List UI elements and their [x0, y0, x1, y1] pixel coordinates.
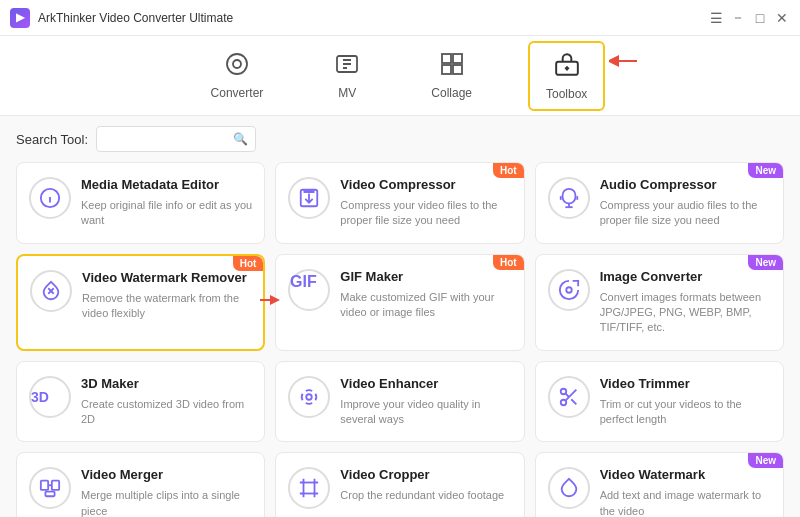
nav-item-toolbox[interactable]: Toolbox: [528, 41, 605, 111]
tool-name-video-compressor: Video Compressor: [340, 177, 511, 194]
svg-rect-3: [442, 54, 451, 63]
tool-name-video-watermark-remover: Video Watermark Remover: [82, 270, 251, 287]
tool-desc-video-cropper: Crop the redundant video footage: [340, 488, 511, 503]
tool-name-video-enhancer: Video Enhancer: [340, 376, 511, 393]
svg-rect-36: [41, 481, 48, 490]
close-btn[interactable]: ✕: [774, 10, 790, 26]
tool-desc-audio-compressor: Compress your audio files to the proper …: [600, 198, 771, 229]
tool-desc-video-compressor: Compress your video files to the proper …: [340, 198, 511, 229]
tool-desc-video-watermark: Add text and image watermark to the vide…: [600, 488, 771, 517]
tool-info-image-converter: Image ConverterConvert images formats be…: [600, 269, 771, 336]
search-input[interactable]: [96, 126, 256, 152]
maximize-btn[interactable]: □: [752, 10, 768, 26]
tool-name-video-watermark: Video Watermark: [600, 467, 771, 484]
tool-info-audio-compressor: Audio CompressorCompress your audio file…: [600, 177, 771, 229]
tool-badge-audio-compressor: New: [748, 163, 783, 178]
tool-icon-video-cropper: [288, 467, 330, 509]
tools-grid: Media Metadata EditorKeep original file …: [0, 162, 800, 517]
tool-icon-video-watermark-remover: [30, 270, 72, 312]
svg-text:3D: 3D: [31, 389, 49, 405]
svg-point-32: [560, 399, 566, 405]
tool-desc-video-trimmer: Trim or cut your videos to the perfect l…: [600, 397, 771, 428]
tool-info-gif-maker: GIF MakerMake customized GIF with your v…: [340, 269, 511, 321]
tool-icon-gif-maker: GIF: [288, 269, 330, 311]
nav-item-collage[interactable]: Collage: [415, 44, 488, 108]
tool-card-video-compressor[interactable]: HotVideo CompressorCompress your video f…: [275, 162, 524, 244]
tool-card-media-metadata-editor[interactable]: Media Metadata EditorKeep original file …: [16, 162, 265, 244]
title-bar: ▶ ArkThinker Video Converter Ultimate ☰ …: [0, 0, 800, 36]
tool-info-video-trimmer: Video TrimmerTrim or cut your videos to …: [600, 376, 771, 428]
collage-icon: [440, 52, 464, 82]
svg-point-0: [227, 54, 247, 74]
svg-rect-5: [442, 65, 451, 74]
tool-card-audio-compressor[interactable]: NewAudio CompressorCompress your audio f…: [535, 162, 784, 244]
tool-badge-image-converter: New: [748, 255, 783, 270]
tool-icon-image-converter: [548, 269, 590, 311]
toolbox-label: Toolbox: [546, 87, 587, 101]
nav-bar: Converter MV Collage: [0, 36, 800, 116]
tool-icon-video-merger: [29, 467, 71, 509]
collage-label: Collage: [431, 86, 472, 100]
svg-rect-6: [453, 65, 462, 74]
tool-card-3d-maker[interactable]: 3D3D MakerCreate customized 3D video fro…: [16, 361, 265, 443]
window-controls: ☰ － □ ✕: [708, 10, 790, 26]
tool-info-video-watermark-remover: Video Watermark RemoverRemove the waterm…: [82, 270, 251, 322]
menu-btn[interactable]: ☰: [708, 10, 724, 26]
tool-name-video-merger: Video Merger: [81, 467, 252, 484]
tool-card-gif-maker[interactable]: HotGIFGIF MakerMake customized GIF with …: [275, 254, 524, 351]
tool-icon-3d-maker: 3D: [29, 376, 71, 418]
svg-text:GIF: GIF: [290, 273, 317, 290]
tool-card-video-enhancer[interactable]: Video EnhancerImprove your video quality…: [275, 361, 524, 443]
svg-point-1: [233, 60, 241, 68]
svg-rect-37: [52, 481, 59, 490]
toolbox-arrow: [609, 51, 641, 75]
tool-info-video-compressor: Video CompressorCompress your video file…: [340, 177, 511, 229]
tool-card-video-cropper[interactable]: Video CropperCrop the redundant video fo…: [275, 452, 524, 517]
tool-card-video-watermark-remover[interactable]: HotVideo Watermark RemoverRemove the wat…: [16, 254, 265, 351]
tool-info-video-enhancer: Video EnhancerImprove your video quality…: [340, 376, 511, 428]
svg-line-35: [565, 393, 569, 397]
tool-icon-video-trimmer: [548, 376, 590, 418]
tool-icon-video-watermark: [548, 467, 590, 509]
svg-point-28: [566, 287, 572, 293]
tool-card-image-converter[interactable]: NewImage ConverterConvert images formats…: [535, 254, 784, 351]
tool-desc-media-metadata-editor: Keep original file info or edit as you w…: [81, 198, 252, 229]
converter-icon: [225, 52, 249, 82]
tool-desc-video-merger: Merge multiple clips into a single piece: [81, 488, 252, 517]
tool-name-media-metadata-editor: Media Metadata Editor: [81, 177, 252, 194]
tool-name-gif-maker: GIF Maker: [340, 269, 511, 286]
app-title: ArkThinker Video Converter Ultimate: [38, 11, 708, 25]
converter-label: Converter: [211, 86, 264, 100]
tool-card-video-watermark[interactable]: NewVideo WatermarkAdd text and image wat…: [535, 452, 784, 517]
tool-icon-video-compressor: [288, 177, 330, 219]
search-label: Search Tool:: [16, 132, 88, 147]
mv-label: MV: [338, 86, 356, 100]
svg-rect-40: [304, 483, 315, 494]
tool-name-video-cropper: Video Cropper: [340, 467, 511, 484]
tool-name-image-converter: Image Converter: [600, 269, 771, 286]
tool-desc-video-watermark-remover: Remove the watermark from the video flex…: [82, 291, 251, 322]
tool-name-video-trimmer: Video Trimmer: [600, 376, 771, 393]
main-content: Search Tool: 🔍 Media Metadata EditorKeep…: [0, 116, 800, 517]
tool-name-3d-maker: 3D Maker: [81, 376, 252, 393]
tool-card-video-trimmer[interactable]: Video TrimmerTrim or cut your videos to …: [535, 361, 784, 443]
app-icon: ▶: [10, 8, 30, 28]
tool-info-3d-maker: 3D MakerCreate customized 3D video from …: [81, 376, 252, 428]
nav-item-converter[interactable]: Converter: [195, 44, 280, 108]
svg-rect-18: [562, 189, 575, 204]
search-bar: Search Tool: 🔍: [0, 116, 800, 162]
tool-badge-video-compressor: Hot: [493, 163, 524, 178]
tool-icon-video-enhancer: [288, 376, 330, 418]
tool-desc-image-converter: Convert images formats between JPG/JPEG,…: [600, 290, 771, 336]
toolbox-icon: [554, 51, 580, 83]
tool-info-video-merger: Video MergerMerge multiple clips into a …: [81, 467, 252, 517]
svg-point-31: [560, 388, 566, 394]
tool-icon-media-metadata-editor: [29, 177, 71, 219]
minimize-btn[interactable]: －: [730, 10, 746, 26]
svg-point-30: [307, 394, 313, 400]
nav-item-mv[interactable]: MV: [319, 44, 375, 108]
tool-card-video-merger[interactable]: Video MergerMerge multiple clips into a …: [16, 452, 265, 517]
svg-rect-39: [45, 492, 54, 497]
svg-line-34: [571, 399, 576, 404]
tool-desc-3d-maker: Create customized 3D video from 2D: [81, 397, 252, 428]
